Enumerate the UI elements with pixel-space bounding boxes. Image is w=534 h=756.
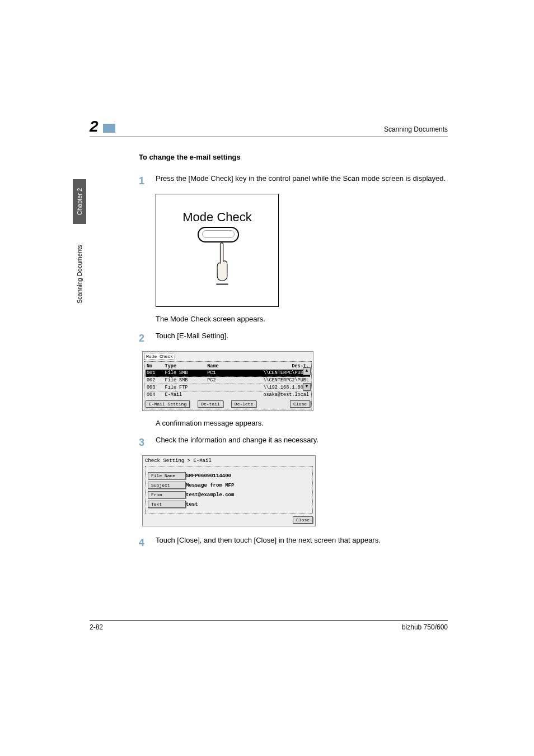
running-header: 2 Scanning Documents [90, 118, 448, 137]
close-button[interactable]: Close [290, 400, 310, 408]
mode-check-label: Mode Check [156, 210, 278, 225]
side-tab-section: Scanning Documents [73, 235, 86, 314]
col-type: Type [164, 363, 207, 370]
from-button[interactable]: From [148, 491, 186, 498]
page-footer: 2-82 bizhub 750/600 [90, 620, 448, 631]
close-button[interactable]: Close [293, 516, 313, 524]
cell-type: File SMB [164, 377, 207, 384]
field-row-subject: Subject Message from MFP [148, 482, 310, 489]
cell-no: 002 [146, 377, 164, 384]
chapter-number: 2 [90, 118, 99, 136]
cell-name: PC2 [206, 377, 229, 384]
side-tab: Chapter 2 Scanning Documents [73, 179, 86, 330]
section-title: To change the e-mail settings [139, 153, 448, 161]
delete-button[interactable]: De-lete [231, 400, 257, 408]
cell-dest: osaka@test.local [229, 391, 310, 399]
step-number: 2 [139, 331, 156, 346]
table-row[interactable]: 001 File SMB PC1 \\CENTERPC\PUBLI [146, 370, 310, 377]
table-row[interactable]: 004 E-Mail osaka@test.local [146, 391, 310, 399]
side-tab-chapter: Chapter 2 [73, 179, 86, 224]
cell-name [206, 391, 229, 399]
step-number: 1 [139, 174, 156, 188]
step-text: Touch [E-Mail Setting]. [156, 331, 448, 346]
step-1: 1 Press the [Mode Check] key in the cont… [139, 174, 448, 188]
col-no: No [146, 363, 164, 370]
step-number: 4 [139, 535, 156, 550]
chapter-accent-block [103, 124, 115, 133]
step-text: Press the [Mode Check] key in the contro… [156, 174, 448, 188]
mode-check-button-graphic [198, 227, 239, 242]
filename-button[interactable]: File Name [148, 472, 186, 479]
screen-tab-label: Mode Check [144, 353, 175, 360]
cell-dest: \\192.168.1.80\p [229, 384, 310, 391]
cell-type: File FTP [164, 384, 207, 391]
field-row-text: Text test [148, 501, 310, 508]
cell-no: 001 [146, 370, 164, 377]
cell-type: File SMB [164, 370, 207, 377]
cell-dest: \\CENTERPC\PUBLI [229, 370, 310, 377]
step-number: 3 [139, 435, 156, 450]
cell-type: E-Mail [164, 391, 207, 399]
text-button[interactable]: Text [148, 501, 186, 508]
cell-dest: \\CENTERPC2\PUBL [229, 377, 310, 384]
table-row[interactable]: 002 File SMB PC2 \\CENTERPC2\PUBL [146, 377, 310, 384]
step-text: Check the information and change it as n… [156, 435, 448, 450]
from-value: test@example.com [186, 492, 310, 498]
step-3: 3 Check the information and change it as… [139, 435, 448, 450]
running-head-text: Scanning Documents [384, 125, 448, 136]
table-row[interactable]: 003 File FTP \\192.168.1.80\p [146, 384, 310, 391]
detail-button[interactable]: De-tail [198, 400, 223, 408]
subject-value: Message from MFP [186, 483, 310, 488]
cell-no: 003 [146, 384, 164, 391]
cell-no: 004 [146, 391, 164, 399]
figure-check-setting-screen: Check Setting > E-Mail File Name SMFP060… [142, 455, 448, 526]
destination-table: No Type Name Des-t. 001 File SMB PC1 \\C… [146, 363, 310, 398]
field-row-from: From test@example.com [148, 491, 310, 498]
caption-after-step2: A confirmation message appears. [156, 419, 448, 427]
scroll-down-icon[interactable]: ▼ [303, 383, 311, 391]
col-dest: Des-t. [229, 363, 310, 370]
step-4: 4 Touch [Close], and then touch [Close] … [139, 535, 448, 550]
step-2: 2 Touch [E-Mail Setting]. [139, 331, 448, 346]
finger-icon [212, 241, 232, 286]
figure-mode-check-key: Mode Check [156, 194, 448, 307]
field-row-filename: File Name SMFP06090114400 [148, 472, 310, 479]
scroll-up-icon[interactable]: ▲ [303, 367, 311, 375]
breadcrumb: Check Setting > E-Mail [145, 458, 313, 464]
figure-mode-check-screen: Mode Check No Type Name Des-t. 001 File … [142, 351, 448, 411]
email-setting-button[interactable]: E-Mail Setting [146, 400, 190, 408]
caption-after-step1: The Mode Check screen appears. [156, 315, 448, 323]
step-text: Touch [Close], and then touch [Close] in… [156, 535, 448, 550]
cell-name: PC1 [206, 370, 229, 377]
subject-button[interactable]: Subject [148, 482, 186, 489]
filename-value: SMFP06090114400 [186, 473, 310, 479]
page-number: 2-82 [90, 623, 103, 631]
model-name: bizhub 750/600 [402, 623, 448, 631]
col-name: Name [206, 363, 229, 370]
text-value: test [186, 502, 310, 507]
cell-name [206, 384, 229, 391]
